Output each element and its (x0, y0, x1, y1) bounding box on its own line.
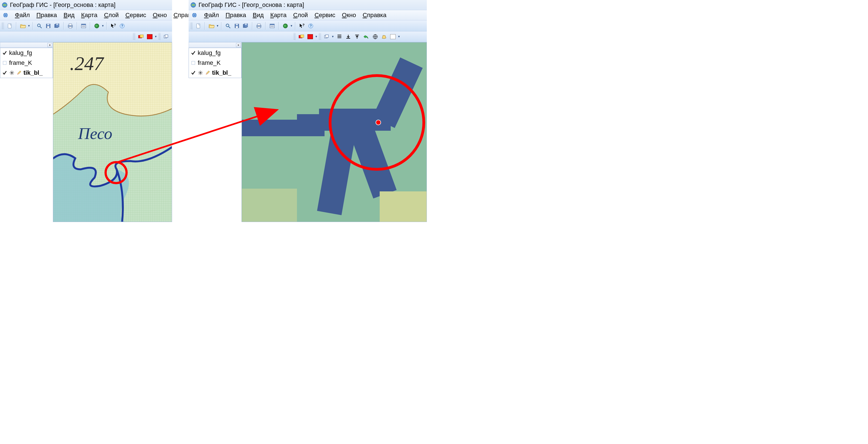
checkmark-icon[interactable] (190, 70, 196, 76)
menu-file[interactable]: Файл (15, 11, 30, 19)
toolbar-grip-icon[interactable] (319, 33, 321, 40)
menu-window[interactable]: Окно (342, 11, 356, 19)
menu-help[interactable]: Справка (363, 11, 386, 19)
layer-item-kalug[interactable]: kalug_fg (0, 48, 53, 58)
checkbox-empty-icon[interactable] (190, 60, 196, 66)
svg-text:?: ? (310, 24, 312, 28)
align-bottom-button[interactable] (344, 33, 352, 41)
open-dropdown-icon[interactable]: ▼ (216, 22, 219, 30)
fill-dropdown-icon[interactable]: ▼ (154, 33, 157, 41)
layer-panel-header[interactable]: × (0, 42, 53, 48)
new-file-button[interactable] (5, 22, 14, 30)
window-list-button[interactable] (80, 22, 88, 30)
window-list-button[interactable] (268, 22, 276, 30)
layer-item-tik[interactable]: tik_bl_ (189, 68, 241, 78)
fill-swatch-button[interactable] (306, 33, 314, 41)
layer-item-frame[interactable]: frame_K (189, 58, 241, 68)
titlebar[interactable]: ГеоГраф ГИС - [Геогр_основа : карта] (189, 0, 427, 10)
open-folder-button[interactable] (207, 22, 216, 30)
menu-layer[interactable]: Слой (293, 11, 308, 19)
menu-file[interactable]: Файл (204, 11, 219, 19)
polygon-tool-button[interactable] (380, 33, 388, 41)
toolbar-sep (294, 22, 296, 30)
globe-dropdown-icon[interactable]: ▼ (290, 22, 293, 30)
zoom-button[interactable] (224, 22, 232, 30)
svg-rect-79 (192, 61, 195, 64)
svg-rect-15 (69, 27, 72, 28)
mdi-globe-icon[interactable] (191, 12, 197, 18)
checkmark-icon[interactable] (2, 70, 7, 76)
save-button[interactable] (233, 22, 241, 30)
close-icon[interactable]: × (236, 43, 241, 47)
save-all-button[interactable] (242, 22, 250, 30)
checkmark-icon[interactable] (190, 50, 196, 56)
menu-service[interactable]: Сервис (315, 11, 335, 19)
undo-button[interactable] (362, 33, 370, 41)
menubar: Файл Правка Вид Карта Слой Сервис Окно С… (189, 10, 427, 21)
open-folder-button[interactable] (19, 22, 27, 30)
svg-rect-97 (242, 42, 427, 222)
open-dropdown-icon[interactable]: ▼ (28, 22, 30, 30)
menu-edit[interactable]: Правка (36, 11, 57, 19)
menu-edit[interactable]: Правка (225, 11, 246, 19)
print-button[interactable] (66, 22, 74, 30)
grid-globe-button[interactable] (371, 33, 379, 41)
layer-item-kalug[interactable]: kalug_fg (189, 48, 241, 58)
toolbar-grip-icon[interactable] (158, 33, 160, 40)
toolbar-grip-icon[interactable] (293, 33, 296, 40)
print-button[interactable] (255, 22, 263, 30)
close-icon[interactable]: × (48, 43, 52, 47)
app-icon (190, 2, 196, 8)
svg-rect-12 (56, 24, 58, 25)
snap-icon (9, 70, 14, 76)
layer-item-tik[interactable]: tik_bl_ (0, 68, 53, 78)
menu-window[interactable]: Окно (153, 11, 167, 19)
fill-dropdown-icon[interactable]: ▼ (315, 33, 318, 41)
help-cursor-button[interactable]: ? (109, 22, 118, 30)
save-all-button[interactable] (53, 22, 61, 30)
svg-point-43 (192, 13, 196, 18)
mdi-globe-icon[interactable] (3, 12, 8, 18)
save-button[interactable] (44, 22, 52, 30)
pencil-icon (16, 70, 22, 76)
map-canvas[interactable]: .247 Песо (53, 42, 172, 222)
overlap-windows-button[interactable] (137, 33, 145, 41)
layer-item-frame[interactable]: frame_K (0, 58, 53, 68)
align-left-button[interactable] (335, 33, 344, 41)
cascade-dropdown-icon[interactable]: ▼ (332, 33, 334, 41)
overlap-windows-button[interactable] (297, 33, 306, 41)
new-file-button[interactable] (194, 22, 203, 30)
menu-map[interactable]: Карта (270, 11, 286, 19)
menu-view[interactable]: Вид (253, 11, 264, 19)
map-canvas-zoom[interactable] (242, 42, 427, 222)
white-dropdown-icon[interactable]: ▼ (398, 33, 400, 41)
globe-dropdown-icon[interactable]: ▼ (101, 22, 104, 30)
white-swatch-button[interactable] (389, 33, 397, 41)
toolbar-sep (251, 22, 253, 30)
titlebar[interactable]: ГеоГраф ГИС - [Геогр_основа : карта] (0, 0, 172, 10)
checkbox-empty-icon[interactable] (2, 60, 7, 66)
layer-label: tik_bl_ (212, 69, 231, 77)
cascade-windows-button[interactable] (162, 33, 170, 41)
menu-layer[interactable]: Слой (104, 11, 119, 19)
toolbar-grip-icon[interactable] (133, 33, 135, 40)
menu-map[interactable]: Карта (81, 11, 97, 19)
menu-view[interactable]: Вид (63, 11, 74, 19)
svg-rect-49 (236, 24, 238, 25)
globe-button[interactable] (281, 22, 289, 30)
menu-service[interactable]: Сервис (125, 11, 146, 19)
toolbar-grip-icon[interactable] (190, 22, 192, 30)
layer-panel-header[interactable]: × (189, 42, 242, 48)
toolbar-grip-icon[interactable] (2, 22, 4, 30)
align-top-button[interactable] (353, 33, 361, 41)
globe-button[interactable] (93, 22, 101, 30)
checkmark-icon[interactable] (2, 50, 7, 56)
fill-swatch-button[interactable] (146, 33, 154, 41)
help-button[interactable]: ? (307, 22, 315, 30)
cascade-windows-button[interactable] (322, 33, 331, 41)
help-cursor-button[interactable]: ? (298, 22, 306, 30)
layer-label: kalug_fg (198, 49, 221, 57)
toolbar-main: ▼ ▼ ? ? (0, 21, 172, 31)
help-button[interactable]: ? (118, 22, 126, 30)
zoom-button[interactable] (35, 22, 43, 30)
